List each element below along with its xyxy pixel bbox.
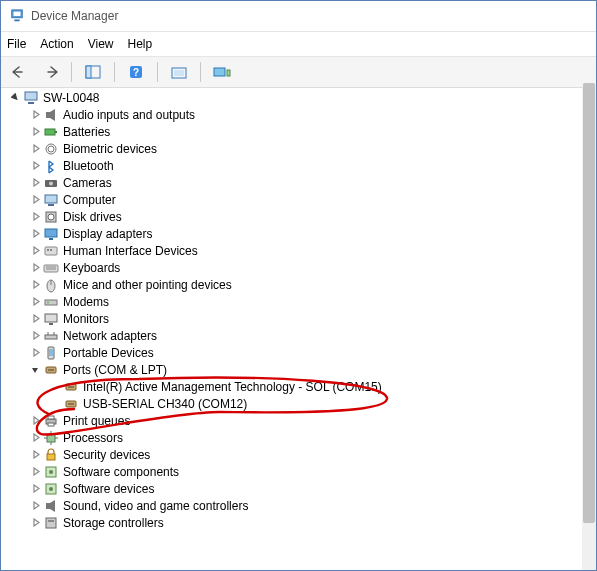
tree-item[interactable]: Computer <box>29 191 582 208</box>
tree-item-label: Network adapters <box>63 329 157 343</box>
tree-item[interactable]: Mice and other pointing devices <box>29 276 582 293</box>
expand-icon[interactable] <box>29 330 41 342</box>
svg-point-49 <box>70 386 72 388</box>
svg-rect-12 <box>28 102 34 104</box>
vertical-scrollbar[interactable] <box>583 83 595 523</box>
bluetooth-icon <box>43 158 59 174</box>
tree-item[interactable]: Ports (COM & LPT) <box>29 361 582 378</box>
expand-icon[interactable] <box>29 143 41 155</box>
expand-icon[interactable] <box>29 262 41 274</box>
expand-icon[interactable] <box>29 296 41 308</box>
svg-rect-42 <box>49 349 53 356</box>
back-button[interactable] <box>7 60 33 84</box>
fingerprint-icon <box>43 141 59 157</box>
forward-button[interactable] <box>37 60 63 84</box>
help-button[interactable]: ? <box>123 60 149 84</box>
tree-root[interactable]: SW-L0048 <box>9 89 582 106</box>
svg-point-35 <box>47 301 49 303</box>
collapse-icon[interactable] <box>29 364 41 376</box>
expand-icon[interactable] <box>29 279 41 291</box>
tree-item[interactable]: Human Interface Devices <box>29 242 582 259</box>
tree-item[interactable]: Sound, video and game controllers <box>29 497 582 514</box>
menu-help[interactable]: Help <box>128 37 153 51</box>
expand-icon[interactable] <box>29 194 41 206</box>
svg-rect-37 <box>49 323 53 325</box>
menu-file[interactable]: File <box>7 37 26 51</box>
svg-rect-63 <box>47 454 55 460</box>
tree-item[interactable]: Intel(R) Active Management Technology - … <box>49 378 582 395</box>
toolbar-separator <box>200 62 201 82</box>
expand-icon[interactable] <box>29 483 41 495</box>
expand-icon[interactable] <box>29 466 41 478</box>
tree-item[interactable]: Audio inputs and outputs <box>29 106 582 123</box>
tree-item[interactable]: Modems <box>29 293 582 310</box>
show-hide-tree-button[interactable] <box>80 60 106 84</box>
expand-icon[interactable] <box>29 160 41 172</box>
tree-item[interactable]: Cameras <box>29 174 582 191</box>
printer-icon <box>43 413 59 429</box>
expand-icon[interactable] <box>29 126 41 138</box>
expand-icon[interactable] <box>29 177 41 189</box>
scan-hardware-button[interactable] <box>166 60 192 84</box>
tree-item[interactable]: Display adapters <box>29 225 582 242</box>
device-tree-area[interactable]: SW-L0048 Audio inputs and outputsBatteri… <box>1 83 596 570</box>
port-icon <box>63 396 79 412</box>
tree-item[interactable]: Storage controllers <box>29 514 582 531</box>
tree-item[interactable]: Print queues <box>29 412 582 429</box>
root-name: SW-L0048 <box>43 91 99 105</box>
svg-point-46 <box>52 369 54 371</box>
network-icon <box>43 328 59 344</box>
software-icon <box>43 464 59 480</box>
svg-point-54 <box>72 403 74 405</box>
window-title: Device Manager <box>31 9 118 23</box>
expand-icon[interactable] <box>29 228 41 240</box>
tree-item[interactable]: Software components <box>29 463 582 480</box>
tree-item-label: Intel(R) Active Management Technology - … <box>83 380 382 394</box>
tree-item[interactable]: Keyboards <box>29 259 582 276</box>
expand-icon[interactable] <box>29 517 41 529</box>
tree-item-label: Security devices <box>63 448 150 462</box>
tree-item-label: Modems <box>63 295 109 309</box>
expand-icon[interactable] <box>29 313 41 325</box>
expand-icon[interactable] <box>29 245 41 257</box>
collapse-icon[interactable] <box>9 92 21 104</box>
tree-item[interactable]: USB-SERIAL CH340 (COM12) <box>49 395 582 412</box>
tree-item[interactable]: Portable Devices <box>29 344 582 361</box>
expand-icon[interactable] <box>29 109 41 121</box>
storage-icon <box>43 515 59 531</box>
svg-rect-56 <box>48 416 54 419</box>
svg-point-17 <box>48 146 54 152</box>
svg-rect-70 <box>48 520 54 522</box>
tree-item[interactable]: Disk drives <box>29 208 582 225</box>
tree-item-label: Portable Devices <box>63 346 154 360</box>
expand-icon[interactable] <box>29 500 41 512</box>
computer-icon <box>43 192 59 208</box>
devices-button[interactable] <box>209 60 235 84</box>
expand-icon[interactable] <box>29 432 41 444</box>
tree-item[interactable]: Monitors <box>29 310 582 327</box>
tree-item[interactable]: Network adapters <box>29 327 582 344</box>
tree-item[interactable]: Batteries <box>29 123 582 140</box>
tree-item[interactable]: Biometric devices <box>29 140 582 157</box>
expand-icon[interactable] <box>29 415 41 427</box>
svg-point-50 <box>72 386 74 388</box>
tree-item[interactable]: Software devices <box>29 480 582 497</box>
menu-action[interactable]: Action <box>40 37 73 51</box>
tree-item[interactable]: Processors <box>29 429 582 446</box>
tree-item[interactable]: Bluetooth <box>29 157 582 174</box>
tree-item[interactable]: Security devices <box>29 446 582 463</box>
tree-item-label: Display adapters <box>63 227 152 241</box>
tree-item-label: USB-SERIAL CH340 (COM12) <box>83 397 247 411</box>
svg-rect-8 <box>174 70 184 76</box>
menu-view[interactable]: View <box>88 37 114 51</box>
svg-rect-68 <box>46 503 50 509</box>
svg-point-44 <box>48 369 50 371</box>
tree-item-label: Print queues <box>63 414 130 428</box>
expand-icon[interactable] <box>29 211 41 223</box>
svg-rect-34 <box>45 300 57 305</box>
menu-bar: File Action View Help <box>1 32 596 56</box>
expand-icon[interactable] <box>29 449 41 461</box>
hid-icon <box>43 243 59 259</box>
port-icon <box>63 379 79 395</box>
expand-icon[interactable] <box>29 347 41 359</box>
